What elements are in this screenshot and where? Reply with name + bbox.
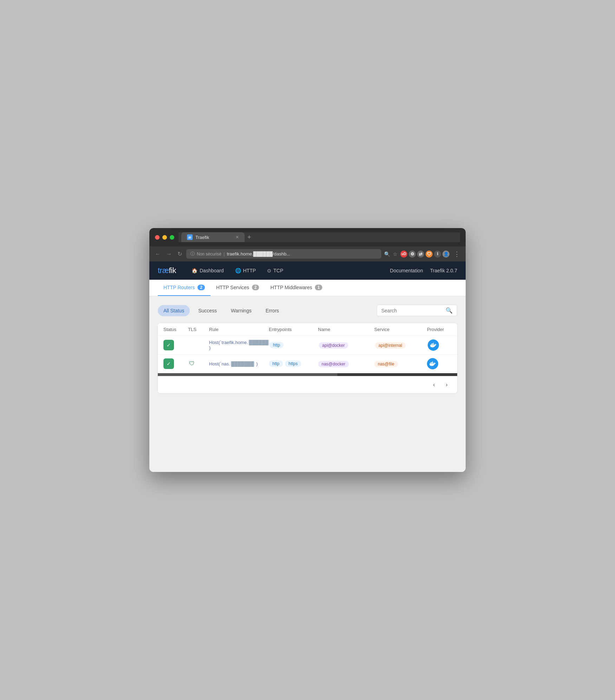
search-input[interactable] bbox=[381, 308, 443, 313]
minimize-button[interactable] bbox=[162, 235, 167, 240]
tab-favicon: æ bbox=[187, 234, 193, 240]
tab-label: HTTP Services bbox=[216, 285, 249, 290]
rule-cell: Host(`traefik.home.██████ ) bbox=[209, 340, 270, 350]
service-cell: api@internal bbox=[375, 342, 428, 349]
name-cell: nas@docker bbox=[318, 361, 374, 367]
tab-http-middlewares[interactable]: HTTP Middlewares 1 bbox=[265, 280, 328, 296]
info-ext-icon[interactable]: ℹ bbox=[434, 251, 441, 258]
nav-item-label: HTTP bbox=[243, 268, 256, 273]
search-box[interactable]: 🔍 bbox=[377, 305, 457, 316]
settings-ext-icon[interactable]: ⚙ bbox=[409, 251, 416, 258]
tamper-ext-icon[interactable]: ⇄ bbox=[417, 251, 424, 258]
table-header: Status TLS Rule Entrypoints Name Service… bbox=[158, 323, 457, 336]
rule-text-start: Host(`traefik.home. bbox=[209, 340, 248, 345]
col-name: Name bbox=[318, 327, 374, 332]
tab-title: Traefik bbox=[195, 235, 209, 240]
nav-item-label: Dashboard bbox=[200, 268, 224, 273]
back-button[interactable]: ← bbox=[154, 250, 162, 258]
shield-ext-icon[interactable]: 🛡 bbox=[426, 251, 433, 258]
prev-page-button[interactable]: ‹ bbox=[429, 380, 439, 390]
close-button[interactable] bbox=[155, 235, 160, 240]
service-cell: nas@file bbox=[374, 361, 427, 367]
entrypoint-badge: http bbox=[270, 342, 284, 348]
status-cell: ✓ bbox=[163, 340, 188, 350]
tab-http-routers[interactable]: HTTP Routers 2 bbox=[158, 280, 211, 296]
bookmark-icon[interactable]: ☆ bbox=[393, 251, 397, 257]
col-service: Service bbox=[374, 327, 427, 332]
secure-indicator: ⓘ bbox=[190, 251, 195, 257]
logo-part2: fik bbox=[169, 266, 176, 275]
status-icon: ✓ bbox=[163, 340, 174, 350]
nav-item-dashboard[interactable]: 🏠 Dashboard bbox=[187, 266, 228, 276]
rule-text-end: ) bbox=[209, 345, 211, 350]
tls-cell: 🛡 bbox=[188, 360, 209, 368]
filter-all-status[interactable]: All Status bbox=[158, 305, 190, 316]
status-icon: ✓ bbox=[163, 358, 174, 369]
provider-cell bbox=[428, 339, 452, 351]
entrypoints-cell: http https bbox=[269, 361, 318, 367]
name-badge: api@docker bbox=[319, 342, 348, 349]
secure-label: Non sécurisé bbox=[197, 252, 221, 257]
col-status: Status bbox=[163, 327, 188, 332]
tcp-icon: ⊙ bbox=[267, 268, 271, 273]
search-icon[interactable]: 🔍 bbox=[384, 251, 390, 257]
ublock-icon[interactable]: uD bbox=[400, 251, 407, 258]
name-cell: api@docker bbox=[319, 342, 375, 349]
table-row[interactable]: ✓ 🛡 Host(`nas.███████ ) http https nas@d… bbox=[158, 355, 457, 373]
browser-menu-button[interactable]: ⋮ bbox=[452, 250, 461, 258]
nav-item-http[interactable]: 🌐 HTTP bbox=[231, 266, 260, 276]
logo-part1: træ bbox=[158, 266, 169, 275]
name-badge: nas@docker bbox=[318, 361, 349, 367]
browser-tab[interactable]: æ Traefik ✕ bbox=[181, 232, 245, 242]
entrypoint-badge-http: http bbox=[269, 361, 283, 367]
docker-icon bbox=[428, 339, 439, 351]
address-url: traefik.home.██████/dashb... bbox=[227, 251, 290, 257]
table-row[interactable]: ✓ Host(`traefik.home.██████ ) http api@d… bbox=[158, 336, 457, 355]
documentation-link[interactable]: Documentation bbox=[390, 268, 423, 273]
col-rule: Rule bbox=[209, 327, 269, 332]
address-icons: 🔍 ☆ bbox=[384, 251, 397, 257]
col-tls: TLS bbox=[188, 327, 209, 332]
app-logo: træfik bbox=[158, 266, 176, 275]
tab-label: HTTP Routers bbox=[163, 285, 195, 290]
search-icon: 🔍 bbox=[446, 307, 453, 314]
filter-errors[interactable]: Errors bbox=[260, 305, 285, 316]
nav-item-tcp[interactable]: ⊙ TCP bbox=[263, 266, 287, 276]
tab-bar: æ Traefik ✕ + bbox=[179, 232, 460, 242]
home-icon: 🏠 bbox=[192, 268, 198, 273]
filter-success[interactable]: Success bbox=[193, 305, 222, 316]
tab-http-services[interactable]: HTTP Services 2 bbox=[211, 280, 265, 296]
extensions-area: uD ⚙ ⇄ 🛡 ℹ 👤 bbox=[400, 251, 449, 258]
new-tab-button[interactable]: + bbox=[245, 234, 254, 241]
nav-item-label: TCP bbox=[273, 268, 283, 273]
provider-cell bbox=[427, 358, 452, 369]
col-entrypoints: Entrypoints bbox=[269, 327, 318, 332]
tab-count-badge: 1 bbox=[315, 285, 322, 290]
rule-cell: Host(`nas.███████ ) bbox=[209, 361, 269, 367]
horizontal-scrollbar[interactable] bbox=[158, 373, 457, 376]
filter-warnings[interactable]: Warnings bbox=[225, 305, 257, 316]
address-field[interactable]: ⓘ Non sécurisé | traefik.home.██████/das… bbox=[186, 249, 381, 259]
entrypoint-badge-https: https bbox=[285, 361, 301, 367]
nav-right: Documentation Traefik 2.0.7 bbox=[390, 268, 457, 273]
scrollbar-thumb[interactable] bbox=[158, 373, 337, 376]
rule-blurred: ███████ bbox=[230, 361, 255, 367]
version-label: Traefik 2.0.7 bbox=[430, 268, 457, 273]
rule-text-end: ) bbox=[255, 361, 258, 367]
reload-button[interactable]: ↻ bbox=[176, 250, 183, 258]
titlebar: æ Traefik ✕ + bbox=[149, 228, 466, 246]
docker-icon bbox=[427, 358, 438, 369]
tab-close-button[interactable]: ✕ bbox=[235, 235, 239, 240]
next-page-button[interactable]: › bbox=[442, 380, 452, 390]
profile-icon[interactable]: 👤 bbox=[442, 251, 449, 258]
service-badge: api@internal bbox=[375, 342, 406, 349]
tls-shield-icon: 🛡 bbox=[188, 360, 196, 368]
forward-button[interactable]: → bbox=[165, 250, 173, 258]
addressbar: ← → ↻ ⓘ Non sécurisé | traefik.home.████… bbox=[149, 246, 466, 261]
tab-count-badge: 2 bbox=[252, 285, 259, 290]
content-area: All Status Success Warnings Errors 🔍 Sta… bbox=[149, 296, 466, 472]
maximize-button[interactable] bbox=[170, 235, 174, 240]
service-badge: nas@file bbox=[374, 361, 398, 367]
pagination: ‹ › bbox=[158, 376, 457, 393]
tab-count-badge: 2 bbox=[198, 285, 205, 290]
